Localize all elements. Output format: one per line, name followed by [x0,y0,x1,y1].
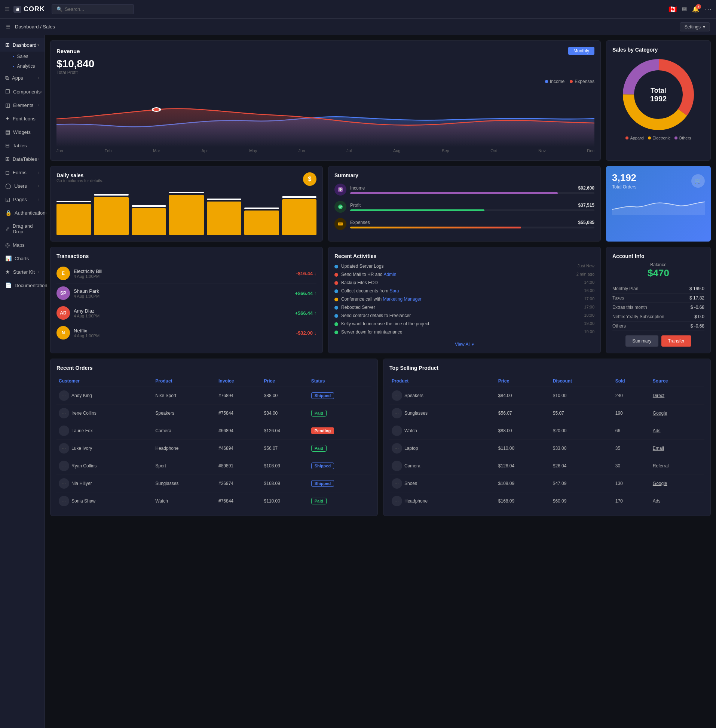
view-all-link[interactable]: View All ▾ [455,342,474,347]
table-row: ··· Luke Ivory Headphone #46894 $56.07 P… [56,440,372,457]
sidebar-item-starter-kit[interactable]: ★ Starter Kit › [0,265,44,278]
menu-icon[interactable]: ☰ [5,6,10,13]
summary-income: 💬 Income $92,600 [334,183,595,195]
electricity-amount: -$16.44 ↓ [296,271,317,276]
drag-icon: ⤢ [5,226,10,232]
bar-top-2 [94,194,128,195]
sidebar-item-apps[interactable]: ⧉ Apps › [0,71,44,85]
act-dot-4 [334,289,338,293]
transfer-button[interactable]: Transfer [661,335,691,347]
bar-top-1 [56,201,91,202]
sidebar: ⊞ Dashboard ▾ Sales Analytics ⧉ Apps › ❒… [0,35,45,728]
ts-col-product: Product [390,375,496,387]
sidebar-item-datatables[interactable]: ⊞ DataTables › [0,152,44,166]
widgets-icon: ▤ [5,129,10,135]
income-dot [545,80,548,83]
top-selling-table: Product Price Discount Sold Source ··· S… [390,375,704,510]
account-title: Account Info [612,253,704,259]
act-dot-6 [334,306,338,310]
profit-progress [350,209,595,211]
bar-7 [282,190,317,235]
sidebar-item-pages[interactable]: ◱ Pages › [0,192,44,206]
sidebar-item-tables[interactable]: ⊟ Tables [0,139,44,152]
act-dot-8 [334,322,338,326]
elements-chevron: › [38,103,39,107]
sidebar-item-dashboard[interactable]: ⊞ Dashboard ▾ [0,38,44,51]
daily-sales-card: Daily sales Go to columns for details. $ [50,166,323,242]
table-row: ··· Andy King Nike Sport #76894 $88.00 S… [56,387,372,404]
sidebar-item-analytics[interactable]: Analytics [10,61,44,71]
apparel-dot [625,136,628,139]
summary-button[interactable]: Summary [625,335,658,347]
chart-month-labels: JanFebMarAprMay JunJulAugSepOct NovDec [56,147,595,154]
sidebar-item-widgets[interactable]: ▤ Widgets [0,125,44,139]
amy-avatar: AD [56,306,70,320]
table-row: ··· Ryan Collins Sport #89891 $108.09 Sh… [56,457,372,475]
dashboard-icon: ⊞ [5,42,10,48]
others-dot [675,136,678,139]
bar-top-7 [282,196,317,198]
activity-4: Collect documents from Sara 16:00 [334,288,595,294]
balance-label: Balance [612,262,704,267]
bell-icon[interactable]: 🔔3 [692,6,699,13]
font-icons-icon: ✦ [5,115,10,121]
svg-text:💬: 💬 [338,188,342,191]
account-monthly: Monthly Plan $ 199.0 [612,284,704,294]
revenue-title: Revenue [56,48,80,54]
settings-button[interactable]: Settings ▾ [680,23,710,32]
apps-chevron: › [38,76,39,80]
transaction-shaun: SP Shaun Park 4 Aug 1:00PM +$66.44 ↑ [56,283,317,303]
expenses-icon [334,218,346,230]
monthly-button[interactable]: Monthly [568,47,595,55]
search-input[interactable] [65,6,124,12]
sidebar-item-documentation[interactable]: 📄 Documentation [0,278,44,292]
starter-chevron: › [38,270,39,274]
sidebar-item-elements[interactable]: ◫ Elements › [0,98,44,112]
table-row: ··· Sunglasses $56.07 $5.07 190 Google [390,404,704,422]
transactions-card: Transactions E Electricity Bill 4 Aug 1:… [50,247,323,353]
settings-chevron-icon: ▾ [703,24,705,30]
search-icon: 🔍 [56,6,62,12]
income-legend: Income [545,79,564,84]
sidebar-item-sales[interactable]: Sales [10,51,44,61]
breadcrumb-bar: ☰ Dashboard / Sales Settings ▾ [0,19,716,35]
sidebar-item-drag-drop[interactable]: ⤢ Drag and Drop [0,219,44,238]
expenses-progress [350,227,595,229]
dots-menu[interactable]: ⋯ [705,5,711,14]
mail-icon[interactable]: ✉ [682,6,687,13]
activity-7: Send contract details to Freelancer 18:0… [334,313,595,318]
electronic-dot [648,136,651,139]
table-row: ··· Shoes $108.09 $47.09 130 Google [390,475,704,492]
balance-amount: $470 [612,267,704,279]
third-row: Transactions E Electricity Bill 4 Aug 1:… [50,247,711,353]
expenses-info: Expenses $55,085 [350,220,595,229]
ts-col-price: Price [496,375,551,387]
sidebar-item-font-icons[interactable]: ✦ Font Icons [0,112,44,125]
elements-icon: ◫ [5,102,10,108]
act-dot-9 [334,330,338,334]
sidebar-item-charts[interactable]: 📊 Charts [0,252,44,265]
expenses-legend: Expenses [570,79,595,84]
sidebar-toggle[interactable]: ☰ [6,24,11,30]
transaction-amy: AD Amy Diaz 4 Aug 1:00PM +$66.44 ↑ [56,303,317,323]
summary-profit: Profit $37,515 [334,201,595,213]
search-box[interactable]: 🔍 [52,4,134,14]
flag-icon[interactable]: 🇨🇦 [669,5,677,14]
total-orders-card: 3,192 Total Orders 🛒 [606,166,711,242]
sidebar-item-components[interactable]: ❒ Components › [0,85,44,98]
amy-info: Amy Diaz 4 Aug 1:00PM [74,308,291,318]
sidebar-item-forms[interactable]: ◻ Forms › [0,166,44,179]
summary-expenses: Expenses $55,085 [334,218,595,230]
svg-text:Total: Total [651,87,666,94]
middle-row: Daily sales Go to columns for details. $ [50,166,711,242]
donut-legend: Apparel Electronic Others [625,136,691,140]
sidebar-item-users[interactable]: ◯ Users › [0,179,44,192]
activities-title: Recent Activities [334,253,595,259]
forms-chevron: › [38,171,39,175]
revenue-amount: $10,840 [56,58,595,70]
sidebar-item-maps[interactable]: ◎ Maps [0,238,44,252]
netflix-avatar: N [56,326,70,339]
legend-others: Others [675,136,691,140]
sidebar-item-authentication[interactable]: 🔒 Authentication › [0,206,44,219]
donut-chart: Total 1992 Apparel Electronic [612,57,704,140]
